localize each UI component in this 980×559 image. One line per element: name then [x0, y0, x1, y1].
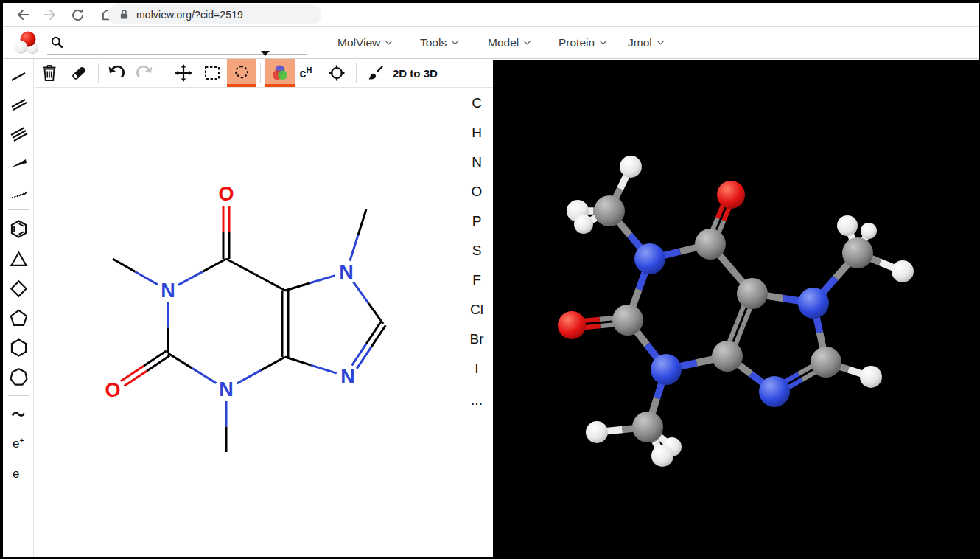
atom-label-n: N: [161, 280, 175, 302]
implicit-hydrogen-label: cH: [300, 66, 312, 80]
double-bond-icon: [8, 94, 29, 114]
clean-button[interactable]: [361, 59, 391, 87]
center-button[interactable]: [322, 59, 351, 87]
atom-n: [651, 354, 682, 385]
rail-divider: [8, 395, 29, 396]
color-mode-button[interactable]: [265, 59, 295, 87]
app-menubar: MolView Tools Model Protein Jmol: [3, 27, 979, 59]
atom-n: [634, 243, 665, 274]
chevron-down-icon: [600, 38, 607, 45]
molview-logo[interactable]: [13, 29, 40, 56]
element-f[interactable]: F: [461, 265, 492, 295]
menu-molview-label: MolView: [337, 36, 380, 49]
lasso-select-icon: [232, 63, 251, 83]
tool-single-bond[interactable]: [4, 62, 33, 90]
move-icon: [174, 63, 193, 83]
undo-icon: [106, 64, 125, 82]
reload-button[interactable]: [68, 5, 87, 24]
element-br[interactable]: Br: [461, 324, 492, 354]
tool-wedge-bond[interactable]: [4, 149, 33, 177]
tool-triangle-ring[interactable]: [4, 245, 33, 273]
lasso-select-button[interactable]: [227, 59, 256, 87]
atom-label-o: O: [218, 183, 234, 205]
address-bar[interactable]: molview.org/?cid=2519: [108, 4, 321, 24]
atom-label-n: N: [339, 261, 354, 283]
atom-c: [632, 412, 663, 442]
implicit-hydrogen-button[interactable]: cH: [291, 59, 321, 87]
back-icon: [15, 7, 31, 23]
tool-double-bond[interactable]: [4, 90, 33, 118]
undo-button[interactable]: [101, 59, 130, 87]
atom-h: [837, 215, 858, 236]
redo-button[interactable]: [130, 59, 160, 87]
toolbar-divider: [260, 63, 261, 83]
rect-select-icon: [203, 63, 222, 83]
tool-chain[interactable]: [4, 400, 33, 428]
menu-protein[interactable]: Protein: [559, 27, 606, 58]
toolbar-divider: [161, 63, 161, 83]
tool-heptagon-ring[interactable]: [4, 363, 33, 391]
delete-button[interactable]: [35, 59, 64, 87]
tool-hexagon-ring[interactable]: [4, 333, 33, 361]
browser-chrome: molview.org/?cid=2519: [3, 3, 979, 27]
menu-tools[interactable]: Tools: [420, 27, 458, 58]
tool-benzene-ring[interactable]: [4, 215, 33, 243]
tool-hash-bond[interactable]: [4, 178, 33, 206]
rail-divider: [8, 209, 29, 210]
atom-n: [759, 376, 790, 407]
element-s[interactable]: S: [461, 236, 492, 265]
element-c[interactable]: C: [461, 88, 492, 118]
menu-molview[interactable]: MolView: [337, 27, 391, 58]
eraser-button[interactable]: [64, 59, 94, 87]
viewer-3d-panel: [493, 60, 979, 557]
rect-select-button[interactable]: [197, 59, 227, 87]
triple-bond-icon: [8, 124, 29, 143]
atom-o: [558, 311, 586, 339]
color-circles-icon: [270, 63, 290, 83]
tool-pentagon-ring[interactable]: [4, 304, 33, 332]
menu-jmol[interactable]: Jmol: [628, 27, 663, 58]
element-p[interactable]: P: [461, 206, 492, 236]
tool-charge-minus[interactable]: e−: [4, 459, 33, 487]
element-cl[interactable]: Cl: [461, 295, 492, 324]
tool-charge-plus[interactable]: e+: [4, 429, 33, 457]
element-more[interactable]: ...: [461, 386, 492, 415]
atom-h: [651, 445, 673, 467]
atom-c: [842, 237, 873, 268]
sketcher-2d-canvas[interactable]: ONONNN: [35, 88, 493, 557]
single-bond-icon: [8, 66, 29, 86]
element-n[interactable]: N: [461, 147, 492, 177]
sketcher-2d-panel: ONONNN: [35, 88, 493, 557]
back-button[interactable]: [13, 5, 32, 24]
atom-c: [612, 305, 643, 336]
chevron-down-icon: [657, 38, 664, 45]
convert-2d-3d-button[interactable]: 2D to 3D: [393, 59, 438, 87]
menu-model[interactable]: Model: [488, 27, 530, 58]
tool-triple-bond[interactable]: [4, 119, 33, 147]
tool-diamond-ring[interactable]: [4, 274, 33, 302]
viewer-3d-canvas[interactable]: [493, 60, 979, 557]
brush-icon: [366, 63, 385, 83]
benzene-icon: [9, 219, 29, 239]
toolbar-divider: [98, 63, 99, 83]
atom-label-n: N: [340, 366, 355, 388]
heptagon-icon: [9, 367, 29, 387]
edit-toolbar: cH 2D to 3D: [35, 59, 493, 88]
forward-button[interactable]: [41, 5, 60, 24]
atom-c: [811, 347, 841, 378]
atom-h: [861, 223, 877, 239]
element-i[interactable]: I: [461, 354, 492, 383]
search-dropdown-caret[interactable]: [261, 51, 270, 56]
move-tool-button[interactable]: [169, 59, 198, 87]
lock-icon: [119, 9, 129, 20]
chevron-down-icon: [524, 38, 531, 45]
triangle-icon: [9, 249, 29, 269]
chevron-down-icon: [385, 38, 393, 45]
browser-window: molview.org/?cid=2519: [0, 0, 980, 559]
atom-h: [620, 156, 642, 178]
element-o[interactable]: O: [461, 177, 492, 206]
atom-o: [717, 181, 745, 209]
search-input[interactable]: [68, 32, 281, 52]
molecule-2d: ONONNN: [103, 183, 386, 452]
element-h[interactable]: H: [461, 118, 492, 147]
